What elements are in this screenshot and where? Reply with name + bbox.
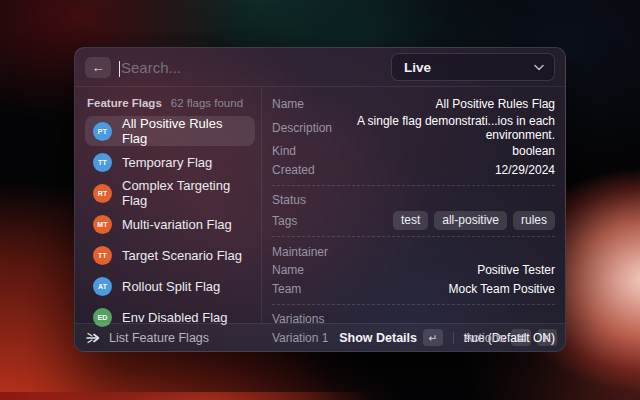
search-input[interactable] — [119, 59, 391, 76]
flag-details-pane: Name All Positive Rules Flag Description… — [261, 87, 565, 323]
list-item-label: Temporary Flag — [122, 155, 212, 170]
search-bar: ← Live — [75, 48, 565, 87]
detail-row-maintainer-header: Maintainer — [272, 243, 555, 261]
detail-row-status: Status — [272, 192, 555, 210]
detail-label: Description — [272, 121, 332, 135]
show-details-button[interactable]: Show Details ↵ — [339, 329, 443, 346]
wallpaper-red-strip — [0, 392, 371, 400]
detail-row-created: Created 12/29/2024 — [272, 161, 555, 179]
text-caret — [119, 61, 120, 77]
list-item-label: Rollout Split Flag — [122, 279, 220, 294]
list-item-target-scenario-flag[interactable]: TT Target Scenario Flag — [85, 240, 255, 270]
launcher-window: ← Live Feature Flags 62 flags found PT A… — [74, 47, 566, 352]
list-section-header: Feature Flags 62 flags found — [85, 95, 255, 116]
detail-value: 12/29/2024 — [495, 163, 555, 177]
tag-chip: all-positive — [434, 211, 507, 230]
main-content: Feature Flags 62 flags found PT All Posi… — [75, 87, 565, 323]
actions-button[interactable]: Actions ⌘ K — [464, 329, 557, 346]
list-item-label: All Positive Rules Flag — [122, 116, 247, 146]
back-arrow-icon: ← — [92, 60, 105, 75]
flags-list-pane: Feature Flags 62 flags found PT All Posi… — [75, 87, 261, 323]
list-item-label: Target Scenario Flag — [122, 248, 242, 263]
section-title: Feature Flags — [87, 97, 162, 109]
search-field-wrap — [119, 59, 391, 76]
detail-value: Mock Team Positive — [449, 282, 555, 296]
detail-row-team: Team Mock Team Positive — [272, 280, 555, 298]
dashed-separator — [272, 185, 555, 186]
command-title: List Feature Flags — [109, 331, 209, 345]
detail-value: boolean — [512, 144, 555, 158]
flag-initials-icon: AT — [93, 277, 112, 296]
list-item-label: Multi-variation Flag — [122, 217, 232, 232]
flag-initials-icon: TT — [93, 153, 112, 172]
detail-value: All Positive Rules Flag — [436, 97, 555, 111]
detail-row-description: Description A single flag demonstrati...… — [272, 114, 555, 142]
list-item-temporary-flag[interactable]: TT Temporary Flag — [85, 147, 255, 177]
detail-row-tags: Tags test all-positive rules — [272, 211, 555, 230]
detail-label: Team — [272, 282, 301, 296]
environment-dropdown-value: Live — [404, 60, 431, 75]
detail-label: Kind — [272, 144, 296, 158]
flag-initials-icon: RT — [93, 184, 112, 203]
flag-initials-icon: TT — [93, 246, 112, 265]
flag-initials-icon: PT — [93, 122, 112, 141]
list-item-complex-targeting-flag[interactable]: RT Complex Targeting Flag — [85, 178, 255, 208]
detail-label: Name — [272, 263, 304, 277]
actions-label: Actions — [464, 331, 505, 345]
tags-chips: test all-positive rules — [393, 211, 555, 230]
list-item-rollout-split-flag[interactable]: AT Rollout Split Flag — [85, 271, 255, 301]
list-item-all-positive-rules-flag[interactable]: PT All Positive Rules Flag — [85, 116, 255, 146]
back-button[interactable]: ← — [85, 57, 111, 78]
detail-label: Created — [272, 163, 315, 177]
cmd-keycap: ⌘ — [511, 329, 531, 346]
flag-initials-icon: MT — [93, 215, 112, 234]
detail-label: Status — [272, 193, 306, 207]
extension-arrow-icon — [85, 330, 101, 346]
environment-dropdown[interactable]: Live — [391, 53, 555, 81]
dashed-separator — [272, 236, 555, 237]
results-count: 62 flags found — [171, 97, 243, 109]
detail-row-maintainer-name: Name Positive Tester — [272, 262, 555, 280]
detail-value: Positive Tester — [477, 263, 555, 277]
enter-keycap: ↵ — [423, 329, 443, 346]
chevron-down-icon — [534, 64, 544, 71]
list-item-multi-variation-flag[interactable]: MT Multi-variation Flag — [85, 209, 255, 239]
detail-row-kind: Kind boolean — [272, 143, 555, 161]
dashed-separator — [272, 304, 555, 305]
detail-label: Maintainer — [272, 245, 328, 259]
action-bar: List Feature Flags Show Details ↵ Action… — [75, 323, 565, 351]
detail-row-name: Name All Positive Rules Flag — [272, 95, 555, 113]
detail-label: Tags — [272, 214, 297, 228]
show-details-label: Show Details — [339, 331, 417, 345]
list-item-label: Complex Targeting Flag — [122, 178, 247, 208]
detail-label: Name — [272, 97, 304, 111]
tag-chip: test — [393, 211, 428, 230]
footer-divider — [453, 332, 454, 344]
tag-chip: rules — [513, 211, 555, 230]
detail-value: A single flag demonstrati...ios in each … — [344, 114, 555, 142]
k-keycap: K — [537, 329, 557, 346]
